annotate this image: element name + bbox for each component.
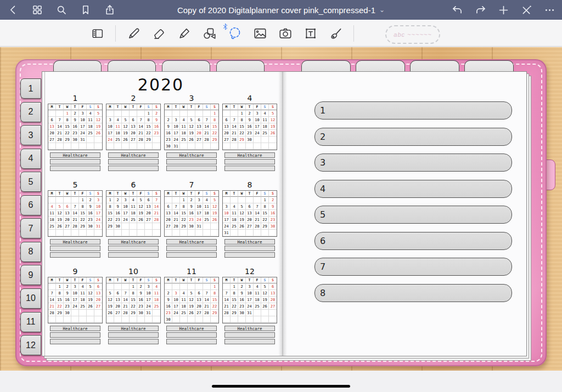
healthcare-row-link[interactable] (224, 246, 275, 251)
page-template-icon[interactable] (90, 26, 105, 41)
healthcare-row-link[interactable] (108, 166, 159, 171)
healthcare-link[interactable]: Healthcare (224, 326, 275, 331)
healthcare-link[interactable]: Healthcare (166, 239, 217, 245)
image-tool-icon[interactable] (252, 26, 267, 41)
month-side-tab[interactable]: 4 (20, 149, 41, 169)
month-number-link[interactable]: 10 (106, 267, 161, 277)
eraser-tool-icon[interactable] (151, 26, 166, 41)
healthcare-row-link[interactable] (166, 159, 217, 164)
healthcare-link[interactable]: Healthcare (50, 239, 100, 245)
healthcare-row-link[interactable] (224, 252, 275, 258)
month-number-link[interactable]: 5 (48, 180, 103, 190)
undo-icon[interactable] (452, 4, 463, 16)
camera-tool-icon[interactable] (278, 26, 293, 41)
healthcare-row-link[interactable] (108, 246, 159, 251)
month-side-tab[interactable]: 5 (20, 172, 41, 192)
healthcare-row-link[interactable] (166, 332, 217, 338)
more-options-icon[interactable] (544, 4, 555, 16)
healthcare-row-link[interactable] (50, 339, 100, 344)
index-link-button[interactable]: 8 (314, 284, 512, 302)
healthcare-row-link[interactable] (50, 166, 100, 171)
pointer-tool-icon[interactable] (328, 26, 343, 41)
month-number-link[interactable]: 7 (164, 180, 219, 190)
index-link-button[interactable]: 5 (314, 206, 512, 224)
month-side-tab[interactable]: 11 (20, 312, 41, 332)
month-number-link[interactable]: 6 (106, 180, 161, 190)
month-number-link[interactable]: 8 (222, 180, 277, 190)
healthcare-link[interactable]: Healthcare (166, 152, 217, 158)
healthcare-row-link[interactable] (224, 159, 275, 164)
month-number-link[interactable]: 2 (106, 94, 161, 104)
month-side-tab[interactable]: 1 (20, 78, 41, 99)
exit-editing-icon[interactable] (521, 4, 532, 16)
date-cell: 29 (211, 310, 218, 316)
healthcare-row-link[interactable] (108, 339, 159, 344)
pen-tool-icon[interactable] (126, 26, 141, 41)
redo-icon[interactable] (475, 4, 486, 16)
healthcare-row-link[interactable] (166, 252, 217, 258)
date-cell (94, 230, 102, 236)
thumbnails-grid-icon[interactable] (32, 4, 43, 15)
year-title[interactable]: 2020 (43, 75, 278, 94)
healthcare-link[interactable]: Healthcare (50, 326, 100, 331)
index-link-button[interactable]: 1 (314, 101, 512, 120)
healthcare-row-link[interactable] (50, 159, 100, 164)
index-link-button[interactable]: 3 (314, 154, 512, 172)
month-side-tab[interactable]: 12 (20, 335, 41, 355)
back-icon[interactable] (8, 4, 19, 15)
month-number-link[interactable]: 3 (164, 94, 219, 104)
home-indicator[interactable] (212, 385, 350, 388)
search-icon[interactable] (56, 4, 67, 15)
healthcare-row-link[interactable] (50, 246, 100, 251)
index-link-button[interactable]: 2 (314, 128, 512, 146)
shapes-tool-icon[interactable] (202, 26, 217, 41)
month-side-tab[interactable]: 7 (20, 218, 41, 238)
month-number-link[interactable]: 11 (164, 267, 219, 277)
weekday-header-cell: S (203, 191, 211, 197)
healthcare-row-link[interactable] (224, 166, 275, 171)
month-number-link[interactable]: 4 (222, 94, 277, 104)
healthcare-row-link[interactable] (50, 252, 100, 258)
healthcare-link[interactable]: Healthcare (108, 326, 159, 331)
healthcare-row-link[interactable] (166, 166, 217, 171)
healthcare-link[interactable]: Healthcare (50, 152, 100, 158)
share-icon[interactable] (104, 4, 115, 15)
month-side-tab[interactable]: 10 (20, 288, 41, 309)
highlighter-tool-icon[interactable] (177, 26, 192, 41)
month-number-link[interactable]: 9 (48, 267, 103, 277)
healthcare-row-link[interactable] (166, 246, 217, 251)
date-cell: 9 (238, 290, 246, 297)
healthcare-row-link[interactable] (108, 159, 159, 164)
index-link-button[interactable]: 4 (314, 180, 512, 198)
month-side-tab[interactable]: 9 (20, 265, 41, 285)
healthcare-link[interactable]: Healthcare (224, 239, 275, 245)
add-page-icon[interactable] (498, 4, 509, 16)
month-side-tab[interactable]: 2 (20, 102, 41, 122)
month-number-link[interactable]: 1 (48, 94, 103, 104)
healthcare-link[interactable]: Healthcare (224, 152, 275, 158)
bookmark-icon[interactable] (80, 4, 91, 15)
healthcare-row-link[interactable] (50, 332, 100, 338)
healthcare-link[interactable]: Healthcare (166, 326, 217, 331)
date-cell: 14 (172, 210, 180, 217)
index-link-button[interactable]: 6 (314, 232, 512, 250)
month-side-tab[interactable]: 6 (20, 195, 41, 215)
healthcare-link[interactable]: Healthcare (108, 152, 159, 158)
healthcare-row-link[interactable] (224, 339, 275, 344)
text-tool-icon[interactable] (303, 26, 318, 41)
date-cell: 24 (145, 303, 153, 310)
handwriting-recognition-field[interactable]: abc ~~~~~~ (385, 25, 440, 44)
month-side-tab[interactable]: 8 (20, 242, 41, 262)
date-cell: 13 (223, 123, 231, 130)
healthcare-row-link[interactable] (166, 339, 217, 344)
healthcare-link[interactable]: Healthcare (108, 239, 159, 245)
healthcare-row-link[interactable] (108, 332, 159, 338)
index-link-button[interactable]: 7 (314, 258, 512, 276)
lasso-tool-icon[interactable] (227, 26, 242, 41)
document-title[interactable]: Copy of 2020 Digitalplanner cover pink_c… (177, 0, 385, 20)
healthcare-row-link[interactable] (108, 252, 159, 258)
healthcare-row-link[interactable] (224, 332, 275, 338)
month-number-link[interactable]: 12 (222, 267, 277, 277)
date-cell: 21 (223, 303, 231, 310)
month-side-tab[interactable]: 3 (20, 125, 41, 145)
